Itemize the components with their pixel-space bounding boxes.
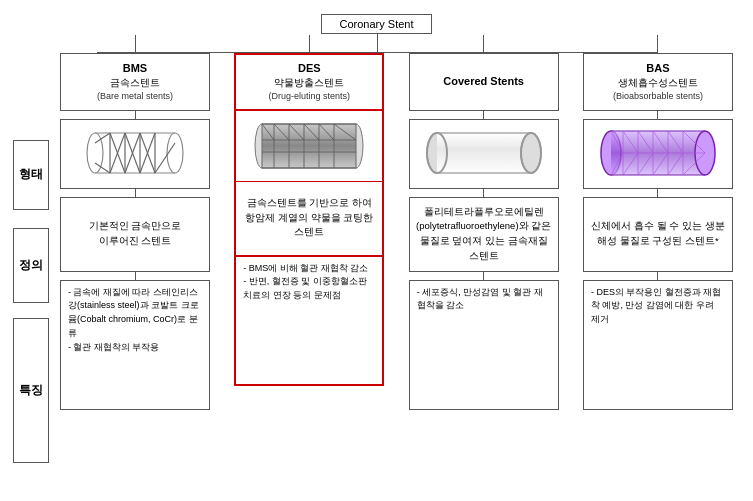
covered-definition: 폴리테트라플루오로에틸렌(polytetrafluoroethylene)와 같… xyxy=(409,197,559,272)
des-features: - BMS에 비해 혈관 재협착 감소 - 반면, 혈전증 및 이중항혈소판 치… xyxy=(234,256,384,386)
covered-stent-svg xyxy=(419,126,549,181)
des-stent-svg xyxy=(244,115,374,177)
svg-point-1 xyxy=(167,133,183,173)
bas-definition: 신체에서 흡수 될 수 있는 생분해성 물질로 구성된 스텐트* xyxy=(583,197,733,272)
bms-definition: 기본적인 금속만으로 이루어진 스텐트 xyxy=(60,197,210,272)
column-bms: BMS 금속스텐트 (Bare metal stents) xyxy=(53,6,218,410)
root-node: Coronary Stent xyxy=(321,14,433,34)
bms-image-section xyxy=(60,119,210,189)
covered-features: - 세포증식, 만성감염 및 혈관 재협착을 감소 xyxy=(409,280,559,410)
column-bas: BAS 생체흡수성스텐트 (Bioabsorbable stents) xyxy=(575,6,740,410)
des-definition: 금속스텐트를 기반으로 하여 항암제 계열의 약물을 코팅한 스텐트 xyxy=(234,181,384,256)
bas-features: - DES의 부작용인 혈전증과 재협착 예방, 만성 감염에 대한 우려 제거 xyxy=(583,280,733,410)
bms-stent-svg xyxy=(75,126,195,181)
bas-type-box: BAS 생체흡수성스텐트 (Bioabsorbable stents) xyxy=(583,53,733,111)
diagram-container: Coronary Stent 형태 정의 특징 BMS 금속스텐트 (Bare … xyxy=(7,6,747,496)
column-des: DES 약물방출스텐트 (Drug-eluting stents) xyxy=(227,6,392,386)
left-label-features: 특징 xyxy=(13,318,49,463)
svg-line-12 xyxy=(155,143,175,173)
column-covered: Covered Stents xyxy=(401,6,566,410)
bas-image-section xyxy=(583,119,733,189)
des-image-section xyxy=(234,111,384,181)
des-type-box: DES 약물방출스텐트 (Drug-eluting stents) xyxy=(234,53,384,111)
svg-rect-19 xyxy=(262,124,356,168)
left-label-shape: 형태 xyxy=(13,140,49,210)
left-label-definition: 정의 xyxy=(13,228,49,303)
covered-image-section xyxy=(409,119,559,189)
covered-type-box: Covered Stents xyxy=(409,53,559,111)
bms-type-box: BMS 금속스텐트 (Bare metal stents) xyxy=(60,53,210,111)
bms-features: - 금속에 재질에 따라 스테인리스강(stainless steel)과 코발… xyxy=(60,280,210,410)
bas-stent-svg xyxy=(593,126,723,181)
svg-rect-36 xyxy=(437,133,531,173)
